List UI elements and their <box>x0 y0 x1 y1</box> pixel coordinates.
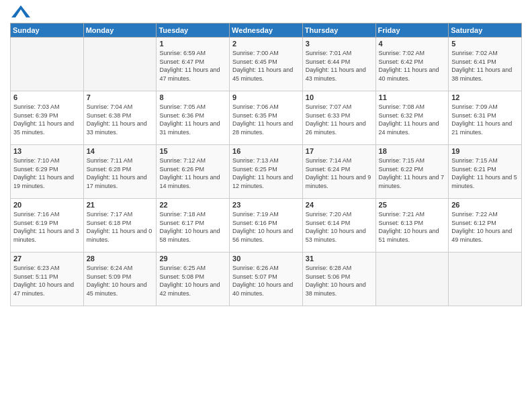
day-number: 6 <box>13 93 81 101</box>
day-info: Sunrise: 6:25 AM Sunset: 5:08 PM Dayligh… <box>159 264 226 298</box>
day-number: 21 <box>87 201 154 209</box>
day-number: 9 <box>232 93 300 101</box>
calendar-cell: 9Sunrise: 7:06 AM Sunset: 6:35 PM Daylig… <box>230 91 303 145</box>
day-info: Sunrise: 7:07 AM Sunset: 6:33 PM Dayligh… <box>306 103 373 136</box>
day-number: 18 <box>379 147 446 155</box>
calendar-cell: 15Sunrise: 7:12 AM Sunset: 6:26 PM Dayli… <box>157 145 230 199</box>
day-info: Sunrise: 7:00 AM Sunset: 6:45 PM Dayligh… <box>232 49 300 83</box>
weekday-header-row: SundayMondayTuesdayWednesdayThursdayFrid… <box>11 24 522 38</box>
calendar-cell: 14Sunrise: 7:11 AM Sunset: 6:28 PM Dayli… <box>83 145 157 199</box>
calendar-week-row: 20Sunrise: 7:16 AM Sunset: 6:19 PM Dayli… <box>11 199 522 253</box>
weekday-header-tuesday: Tuesday <box>157 24 230 38</box>
day-number: 25 <box>379 201 446 209</box>
calendar-cell: 5Sunrise: 7:02 AM Sunset: 6:41 PM Daylig… <box>449 38 522 91</box>
calendar-cell: 27Sunrise: 6:23 AM Sunset: 5:11 PM Dayli… <box>11 253 84 306</box>
calendar-cell: 11Sunrise: 7:08 AM Sunset: 6:32 PM Dayli… <box>375 91 449 145</box>
calendar-cell: 17Sunrise: 7:14 AM Sunset: 6:24 PM Dayli… <box>302 145 375 199</box>
day-number: 5 <box>451 40 519 48</box>
calendar-cell: 29Sunrise: 6:25 AM Sunset: 5:08 PM Dayli… <box>157 253 230 306</box>
day-number: 7 <box>87 93 154 101</box>
day-info: Sunrise: 7:01 AM Sunset: 6:44 PM Dayligh… <box>306 49 373 83</box>
day-number: 31 <box>306 255 373 263</box>
calendar-cell: 7Sunrise: 7:04 AM Sunset: 6:38 PM Daylig… <box>83 91 157 145</box>
day-number: 15 <box>159 147 226 155</box>
weekday-header-thursday: Thursday <box>302 24 375 38</box>
calendar-cell: 22Sunrise: 7:18 AM Sunset: 6:17 PM Dayli… <box>157 199 230 253</box>
day-number: 26 <box>451 201 519 209</box>
day-number: 12 <box>451 93 519 101</box>
calendar-cell: 13Sunrise: 7:10 AM Sunset: 6:29 PM Dayli… <box>11 145 84 199</box>
calendar-cell: 16Sunrise: 7:13 AM Sunset: 6:25 PM Dayli… <box>230 145 303 199</box>
day-info: Sunrise: 7:18 AM Sunset: 6:17 PM Dayligh… <box>159 210 226 244</box>
day-info: Sunrise: 7:15 AM Sunset: 6:21 PM Dayligh… <box>451 156 519 190</box>
day-number: 22 <box>159 201 226 209</box>
day-info: Sunrise: 6:23 AM Sunset: 5:11 PM Dayligh… <box>13 264 81 298</box>
day-number: 2 <box>232 40 300 48</box>
calendar-cell <box>83 38 157 91</box>
day-number: 3 <box>306 40 373 48</box>
day-info: Sunrise: 7:09 AM Sunset: 6:31 PM Dayligh… <box>451 103 519 136</box>
day-number: 1 <box>159 40 226 48</box>
calendar-cell: 6Sunrise: 7:03 AM Sunset: 6:39 PM Daylig… <box>11 91 84 145</box>
day-info: Sunrise: 7:16 AM Sunset: 6:19 PM Dayligh… <box>13 210 81 244</box>
day-info: Sunrise: 7:04 AM Sunset: 6:38 PM Dayligh… <box>87 103 154 136</box>
day-number: 4 <box>379 40 446 48</box>
calendar-cell: 20Sunrise: 7:16 AM Sunset: 6:19 PM Dayli… <box>11 199 84 253</box>
day-info: Sunrise: 7:13 AM Sunset: 6:25 PM Dayligh… <box>232 156 300 190</box>
calendar-week-row: 13Sunrise: 7:10 AM Sunset: 6:29 PM Dayli… <box>11 145 522 199</box>
weekday-header-monday: Monday <box>83 24 157 38</box>
day-info: Sunrise: 7:03 AM Sunset: 6:39 PM Dayligh… <box>13 103 81 136</box>
day-info: Sunrise: 7:06 AM Sunset: 6:35 PM Dayligh… <box>232 103 300 136</box>
day-info: Sunrise: 7:05 AM Sunset: 6:36 PM Dayligh… <box>159 103 226 136</box>
calendar-table: SundayMondayTuesdayWednesdayThursdayFrid… <box>10 23 522 306</box>
day-info: Sunrise: 7:12 AM Sunset: 6:26 PM Dayligh… <box>159 156 226 190</box>
calendar-week-row: 6Sunrise: 7:03 AM Sunset: 6:39 PM Daylig… <box>11 91 522 145</box>
calendar-cell <box>11 38 84 91</box>
calendar-cell: 26Sunrise: 7:22 AM Sunset: 6:12 PM Dayli… <box>449 199 522 253</box>
calendar-cell: 1Sunrise: 6:59 AM Sunset: 6:47 PM Daylig… <box>157 38 230 91</box>
day-info: Sunrise: 7:02 AM Sunset: 6:41 PM Dayligh… <box>451 49 519 83</box>
day-number: 23 <box>232 201 300 209</box>
weekday-header-sunday: Sunday <box>11 24 84 38</box>
day-number: 27 <box>13 255 81 263</box>
day-info: Sunrise: 7:21 AM Sunset: 6:13 PM Dayligh… <box>379 210 446 244</box>
calendar-cell <box>375 253 449 306</box>
calendar-week-row: 1Sunrise: 6:59 AM Sunset: 6:47 PM Daylig… <box>11 38 522 91</box>
day-number: 14 <box>87 147 154 155</box>
calendar-cell: 10Sunrise: 7:07 AM Sunset: 6:33 PM Dayli… <box>302 91 375 145</box>
calendar-cell: 3Sunrise: 7:01 AM Sunset: 6:44 PM Daylig… <box>302 38 375 91</box>
day-number: 19 <box>451 147 519 155</box>
day-number: 8 <box>159 93 226 101</box>
day-number: 30 <box>232 255 300 263</box>
calendar-cell: 12Sunrise: 7:09 AM Sunset: 6:31 PM Dayli… <box>449 91 522 145</box>
day-number: 10 <box>306 93 373 101</box>
weekday-header-wednesday: Wednesday <box>230 24 303 38</box>
weekday-header-friday: Friday <box>375 24 449 38</box>
calendar-cell: 19Sunrise: 7:15 AM Sunset: 6:21 PM Dayli… <box>449 145 522 199</box>
day-info: Sunrise: 7:22 AM Sunset: 6:12 PM Dayligh… <box>451 210 519 244</box>
day-info: Sunrise: 6:59 AM Sunset: 6:47 PM Dayligh… <box>159 49 226 83</box>
calendar-cell: 23Sunrise: 7:19 AM Sunset: 6:16 PM Dayli… <box>230 199 303 253</box>
calendar-cell <box>449 253 522 306</box>
calendar-cell: 2Sunrise: 7:00 AM Sunset: 6:45 PM Daylig… <box>230 38 303 91</box>
day-info: Sunrise: 7:02 AM Sunset: 6:42 PM Dayligh… <box>379 49 446 83</box>
day-info: Sunrise: 7:14 AM Sunset: 6:24 PM Dayligh… <box>306 156 373 190</box>
calendar-cell: 25Sunrise: 7:21 AM Sunset: 6:13 PM Dayli… <box>375 199 449 253</box>
day-info: Sunrise: 6:26 AM Sunset: 5:07 PM Dayligh… <box>232 264 300 298</box>
calendar-cell: 24Sunrise: 7:20 AM Sunset: 6:14 PM Dayli… <box>302 199 375 253</box>
logo <box>10 7 30 17</box>
day-info: Sunrise: 7:10 AM Sunset: 6:29 PM Dayligh… <box>13 156 81 190</box>
day-number: 17 <box>306 147 373 155</box>
day-info: Sunrise: 7:11 AM Sunset: 6:28 PM Dayligh… <box>87 156 154 190</box>
day-number: 13 <box>13 147 81 155</box>
day-info: Sunrise: 7:17 AM Sunset: 6:18 PM Dayligh… <box>87 210 154 244</box>
calendar-cell: 30Sunrise: 6:26 AM Sunset: 5:07 PM Dayli… <box>230 253 303 306</box>
day-number: 28 <box>87 255 154 263</box>
day-number: 24 <box>306 201 373 209</box>
day-info: Sunrise: 7:15 AM Sunset: 6:22 PM Dayligh… <box>379 156 446 190</box>
calendar-cell: 31Sunrise: 6:28 AM Sunset: 5:06 PM Dayli… <box>302 253 375 306</box>
weekday-header-saturday: Saturday <box>449 24 522 38</box>
day-info: Sunrise: 6:24 AM Sunset: 5:09 PM Dayligh… <box>87 264 154 298</box>
calendar-cell: 4Sunrise: 7:02 AM Sunset: 6:42 PM Daylig… <box>375 38 449 91</box>
calendar-cell: 18Sunrise: 7:15 AM Sunset: 6:22 PM Dayli… <box>375 145 449 199</box>
